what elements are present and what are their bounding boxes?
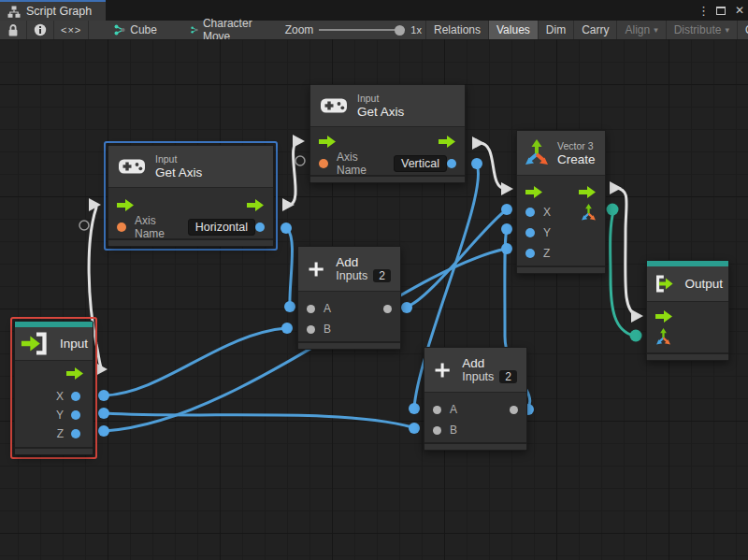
input-z-out-port[interactable] bbox=[71, 429, 80, 438]
inputs-label: Inputs bbox=[336, 269, 367, 282]
control-in-arrow-vector3[interactable] bbox=[501, 182, 513, 195]
wire-getaxis-vertical-to-vector3[interactable] bbox=[480, 143, 506, 189]
add-sum-out-port[interactable] bbox=[510, 406, 518, 414]
port-dot-horizontal-value-out[interactable] bbox=[280, 223, 292, 234]
node-title: Add bbox=[336, 255, 391, 269]
wire-horizontal-to-add1-a[interactable] bbox=[287, 229, 293, 306]
port-dot-vector3-value-out[interactable] bbox=[607, 204, 619, 216]
add-a-in-port[interactable] bbox=[307, 305, 315, 313]
wire-vector3-value-to-output[interactable] bbox=[611, 211, 634, 336]
node-title: Output bbox=[684, 277, 723, 291]
input-y-out-port[interactable] bbox=[71, 410, 80, 420]
control-in-port[interactable] bbox=[319, 136, 337, 148]
node-title: Add bbox=[462, 356, 517, 370]
axis-name-field[interactable]: Horizontal bbox=[188, 219, 255, 236]
port-ring-vertical-axisname-in[interactable] bbox=[295, 156, 305, 165]
control-out-port[interactable] bbox=[247, 199, 265, 211]
port-dot-vector3-x-in[interactable] bbox=[501, 204, 512, 215]
control-in-arrow-output[interactable] bbox=[631, 309, 643, 323]
control-in-arrow-getaxis-vertical[interactable] bbox=[293, 135, 305, 148]
port-dot-add1-out[interactable] bbox=[401, 302, 412, 313]
wire-input-y-to-add2-b[interactable] bbox=[105, 413, 412, 427]
control-out-arrow-getaxis-horizontal[interactable] bbox=[282, 198, 295, 211]
inputs-count-field[interactable]: 2 bbox=[499, 370, 517, 383]
node-title: Get Axis bbox=[155, 165, 202, 179]
input-x-out-port[interactable] bbox=[71, 392, 80, 401]
vector3-out-port[interactable] bbox=[581, 204, 597, 221]
node-footer bbox=[647, 352, 728, 360]
node-add-1[interactable]: Add Inputs 2 A B bbox=[297, 246, 401, 350]
node-get-axis-vertical[interactable]: Input Get Axis Axis Name Vertical bbox=[309, 84, 466, 183]
port-dot-input-y-out[interactable] bbox=[98, 408, 109, 419]
value-out-port[interactable] bbox=[255, 223, 265, 232]
node-footer bbox=[517, 266, 605, 273]
port-label: Y bbox=[56, 409, 64, 422]
gamepad-icon bbox=[320, 96, 348, 115]
control-in-port[interactable] bbox=[117, 199, 135, 211]
add-a-in-port[interactable] bbox=[433, 406, 441, 414]
control-out-arrow-vector3[interactable] bbox=[610, 181, 622, 194]
vector3-in-port[interactable] bbox=[655, 328, 671, 345]
value-out-port[interactable] bbox=[447, 159, 456, 168]
port-label: A bbox=[324, 302, 331, 315]
inputs-count-field[interactable]: 2 bbox=[373, 269, 391, 282]
node-category: Input bbox=[155, 153, 202, 165]
node-title: Input bbox=[60, 337, 88, 351]
add-b-in-port[interactable] bbox=[433, 426, 441, 435]
unity-visual-scripting-window: Script Graph ⋮ ✕ <×> bbox=[0, 0, 748, 560]
node-category: Input bbox=[357, 93, 404, 104]
output-icon bbox=[653, 271, 677, 296]
control-out-port[interactable] bbox=[579, 186, 597, 198]
string-in-port[interactable] bbox=[117, 223, 126, 232]
add-b-in-port[interactable] bbox=[307, 325, 315, 334]
port-dot-add2-a-in[interactable] bbox=[409, 403, 420, 414]
node-footer bbox=[108, 238, 273, 246]
control-out-arrow-getaxis-vertical[interactable] bbox=[472, 136, 484, 150]
node-footer bbox=[15, 447, 93, 454]
port-label: Axis Name bbox=[337, 151, 387, 177]
node-footer bbox=[424, 442, 526, 450]
wire-getaxis-horizontal-to-getaxis-vertical[interactable] bbox=[289, 141, 299, 205]
port-dot-add1-b-in[interactable] bbox=[281, 323, 293, 334]
port-label: B bbox=[324, 323, 331, 336]
add-sum-out-port[interactable] bbox=[383, 305, 392, 313]
control-out-port[interactable] bbox=[439, 136, 456, 148]
node-get-axis-horizontal[interactable]: Input Get Axis Axis Name Horizontal bbox=[108, 145, 274, 247]
port-dot-output-vector-in[interactable] bbox=[630, 330, 642, 342]
port-ring-horizontal-axisname-in[interactable] bbox=[79, 221, 89, 230]
node-vector3-create[interactable]: Vector 3 Create X Y Z bbox=[516, 130, 606, 274]
control-in-port[interactable] bbox=[655, 310, 673, 323]
node-footer bbox=[310, 175, 465, 182]
port-label: Axis Name bbox=[135, 214, 181, 240]
wire-input-x-to-add1-b[interactable] bbox=[105, 328, 286, 395]
port-dot-add2-b-in[interactable] bbox=[409, 423, 420, 434]
port-dot-vector3-y-in[interactable] bbox=[501, 223, 512, 235]
vector3-z-in-port[interactable] bbox=[525, 249, 535, 258]
wire-vector3-to-output[interactable] bbox=[616, 188, 637, 316]
port-dot-vector3-z-in[interactable] bbox=[501, 243, 512, 254]
plus-icon bbox=[434, 360, 451, 381]
vector3-x-in-port[interactable] bbox=[525, 208, 535, 217]
axis-name-field[interactable]: Vertical bbox=[394, 155, 447, 172]
port-dot-input-z-out[interactable] bbox=[98, 425, 109, 437]
vector3-y-in-port[interactable] bbox=[525, 228, 535, 237]
vector3-icon bbox=[525, 139, 549, 167]
plus-icon bbox=[308, 259, 324, 280]
port-dot-add1-a-in[interactable] bbox=[284, 301, 295, 312]
port-dot-vertical-value-out[interactable] bbox=[471, 158, 482, 169]
control-out-port[interactable] bbox=[66, 367, 84, 380]
input-icon bbox=[20, 331, 53, 356]
string-in-port[interactable] bbox=[319, 159, 328, 168]
port-label: Y bbox=[543, 226, 551, 239]
gamepad-icon bbox=[118, 157, 146, 176]
node-output[interactable]: Output bbox=[646, 260, 729, 361]
node-input[interactable]: Input X Y Z bbox=[14, 321, 94, 455]
port-label: A bbox=[450, 403, 457, 416]
node-category: Vector 3 bbox=[557, 140, 596, 151]
node-footer bbox=[298, 341, 400, 349]
node-add-2[interactable]: Add Inputs 2 A B bbox=[424, 347, 527, 451]
port-dot-input-x-out[interactable] bbox=[98, 390, 109, 401]
inputs-label: Inputs bbox=[462, 370, 494, 383]
port-label: X bbox=[56, 390, 64, 403]
control-in-port[interactable] bbox=[525, 186, 543, 198]
